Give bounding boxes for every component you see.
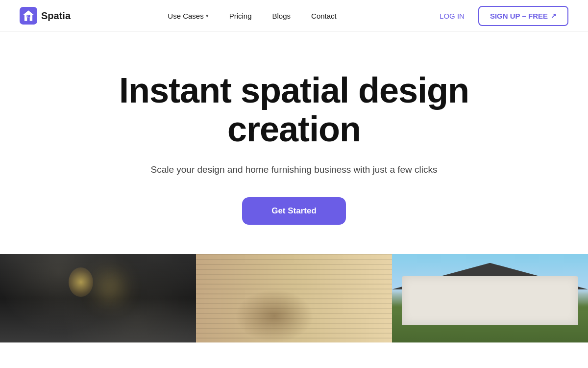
nav-blogs[interactable]: Blogs <box>265 8 299 24</box>
nav-links: Use Cases ▾ Pricing Blogs Contact <box>160 8 344 24</box>
hero-title: Instant spatial design creation <box>103 71 485 149</box>
nav-pricing[interactable]: Pricing <box>221 8 260 24</box>
external-link-icon: ↗ <box>551 12 557 20</box>
brand-name: Spatia <box>41 10 71 22</box>
logo-icon <box>20 7 37 25</box>
house-windows-decoration <box>412 285 568 312</box>
get-started-button[interactable]: Get Started <box>242 197 346 225</box>
window-decoration <box>473 291 507 306</box>
navbar: Spatia Use Cases ▾ Pricing Blogs Contact… <box>0 0 588 32</box>
window-decoration <box>520 291 554 306</box>
nav-actions: LOG IN SIGN UP – FREE ↗ <box>434 6 568 26</box>
chevron-down-icon: ▾ <box>206 13 209 19</box>
hero-subtitle: Scale your design and home furnishing bu… <box>150 162 437 177</box>
login-button[interactable]: LOG IN <box>434 8 470 24</box>
image-gallery <box>0 254 588 342</box>
window-decoration <box>426 291 460 306</box>
nav-contact[interactable]: Contact <box>303 8 344 24</box>
house-roof-decoration <box>392 263 588 289</box>
signup-button[interactable]: SIGN UP – FREE ↗ <box>478 6 568 26</box>
gallery-image-living-room <box>196 254 392 342</box>
logo-link[interactable]: Spatia <box>20 7 71 25</box>
hero-section: Instant spatial design creation Scale yo… <box>0 32 588 254</box>
gallery-image-house <box>392 254 588 342</box>
gallery-image-kitchen <box>0 254 196 342</box>
nav-use-cases[interactable]: Use Cases ▾ <box>160 8 216 24</box>
